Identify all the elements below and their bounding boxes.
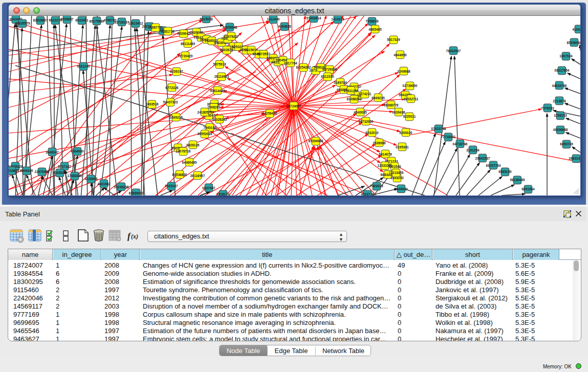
svg-text:8737167: 8737167 (58, 165, 71, 168)
svg-text:44634786: 44634786 (552, 84, 567, 87)
svg-text:1311440: 1311440 (267, 17, 280, 21)
svg-text:64460495: 64460495 (182, 161, 197, 164)
svg-text:4640085: 4640085 (354, 111, 367, 114)
svg-text:57249208: 57249208 (114, 185, 129, 189)
svg-text:2638986: 2638986 (373, 141, 386, 145)
svg-text:86111489: 86111489 (181, 42, 195, 46)
svg-text:2493516: 2493516 (145, 102, 159, 106)
svg-text:7058649: 7058649 (365, 19, 379, 23)
svg-text:28831436: 28831436 (569, 157, 580, 160)
svg-text:1419314: 1419314 (331, 17, 344, 21)
svg-text:4504000: 4504000 (71, 149, 84, 153)
svg-text:76402067: 76402067 (446, 49, 461, 53)
svg-text:5515058: 5515058 (200, 17, 213, 21)
svg-text:7409319: 7409319 (370, 184, 383, 188)
svg-text:59368778: 59368778 (384, 103, 399, 107)
svg-text:4844950: 4844950 (394, 53, 407, 57)
svg-text:6772326: 6772326 (165, 86, 179, 90)
svg-text:54437323: 54437323 (163, 100, 178, 104)
svg-text:13331001: 13331001 (378, 164, 393, 167)
svg-text:07413748: 07413748 (431, 127, 446, 130)
svg-text:51402614: 51402614 (307, 16, 321, 20)
svg-text:2281718: 2281718 (161, 30, 175, 33)
svg-text:17483380: 17483380 (68, 174, 82, 178)
svg-text:2008261: 2008261 (207, 105, 221, 109)
svg-text:30435205: 30435205 (53, 171, 68, 174)
svg-text:6849340: 6849340 (20, 169, 33, 172)
svg-text:8818174: 8818174 (216, 192, 230, 195)
svg-text:3249668: 3249668 (397, 70, 410, 73)
svg-text:0317764: 0317764 (284, 61, 297, 65)
svg-text:93729306: 93729306 (322, 68, 337, 71)
svg-text:5169784: 5169784 (334, 81, 347, 84)
svg-text:8058887: 8058887 (60, 17, 74, 21)
svg-text:80175989: 80175989 (90, 19, 104, 23)
svg-text:6236107: 6236107 (170, 70, 183, 73)
svg-text:72720429: 72720429 (178, 54, 193, 58)
svg-text:4104234: 4104234 (572, 28, 580, 31)
svg-text:0399315: 0399315 (169, 116, 183, 119)
svg-text:22032711: 22032711 (404, 97, 419, 101)
svg-text:6512330: 6512330 (321, 75, 334, 78)
svg-text:5200020: 5200020 (399, 131, 412, 135)
svg-text:49306668: 49306668 (553, 128, 568, 132)
svg-text:7940199: 7940199 (203, 126, 216, 129)
svg-text:6232010: 6232010 (365, 131, 379, 135)
svg-text:83726167: 83726167 (115, 20, 129, 24)
svg-text:1258153: 1258153 (554, 114, 567, 117)
svg-text:82828807: 82828807 (33, 18, 48, 22)
svg-text:60207764: 60207764 (486, 164, 501, 167)
svg-text:4264628: 4264628 (278, 25, 291, 28)
svg-text:4865465: 4865465 (368, 28, 382, 31)
svg-text:26114913: 26114913 (214, 75, 229, 78)
svg-text:29841537: 29841537 (475, 157, 490, 160)
svg-text:0239042: 0239042 (177, 32, 190, 35)
svg-text:77718341: 77718341 (441, 135, 456, 139)
svg-text:8033401: 8033401 (75, 18, 89, 22)
svg-text:6949235: 6949235 (372, 96, 385, 100)
svg-text:82889093: 82889093 (129, 191, 144, 195)
svg-text:87394983: 87394983 (309, 139, 323, 143)
svg-text:01687731: 01687731 (148, 26, 163, 29)
svg-text:9220011: 9220011 (403, 115, 416, 118)
svg-text:30552034: 30552034 (198, 132, 212, 136)
svg-text:81086201: 81086201 (347, 97, 362, 101)
svg-text:4431982: 4431982 (97, 182, 111, 186)
svg-text:02739000: 02739000 (403, 84, 418, 87)
svg-text:5575918: 5575918 (213, 62, 226, 66)
svg-text:5873557: 5873557 (257, 52, 270, 56)
svg-text:6565150: 6565150 (498, 170, 512, 173)
svg-text:48620579: 48620579 (15, 21, 30, 25)
svg-text:5449920: 5449920 (395, 187, 408, 191)
svg-text:26116957: 26116957 (190, 174, 205, 178)
svg-text:22470455: 22470455 (35, 170, 50, 173)
svg-text:50326245: 50326245 (212, 118, 227, 121)
svg-text:4126906: 4126906 (84, 177, 98, 181)
svg-text:5517329: 5517329 (387, 38, 400, 41)
svg-text:93814449: 93814449 (210, 89, 225, 93)
svg-text:13613412: 13613412 (128, 21, 143, 25)
svg-text:0025167: 0025167 (165, 184, 178, 188)
svg-text:(x): (x) (131, 233, 138, 240)
svg-text:6691564: 6691564 (521, 187, 535, 191)
svg-text:9022279: 9022279 (49, 18, 62, 22)
svg-text:3274231: 3274231 (358, 92, 372, 96)
svg-text:71213455: 71213455 (389, 171, 404, 174)
svg-text:0831240: 0831240 (77, 64, 90, 68)
svg-text:3191284: 3191284 (466, 148, 480, 152)
svg-text:8414078: 8414078 (379, 152, 392, 156)
svg-text:98732000: 98732000 (359, 120, 374, 123)
svg-text:18724007: 18724007 (287, 104, 301, 108)
svg-text:02014620: 02014620 (9, 169, 19, 172)
svg-text:04718746: 04718746 (453, 142, 468, 146)
svg-text:85356068: 85356068 (567, 41, 580, 45)
svg-text:41979237: 41979237 (224, 35, 239, 38)
svg-text:1067924: 1067924 (559, 54, 573, 58)
svg-text:13078716: 13078716 (176, 149, 191, 153)
svg-text:6828126: 6828126 (186, 143, 200, 147)
svg-text:94259472: 94259472 (263, 112, 277, 115)
svg-text:08227654: 08227654 (555, 69, 570, 72)
svg-text:0639436: 0639436 (392, 111, 405, 114)
svg-text:4333776: 4333776 (361, 192, 374, 195)
svg-text:6450749: 6450749 (560, 142, 573, 146)
